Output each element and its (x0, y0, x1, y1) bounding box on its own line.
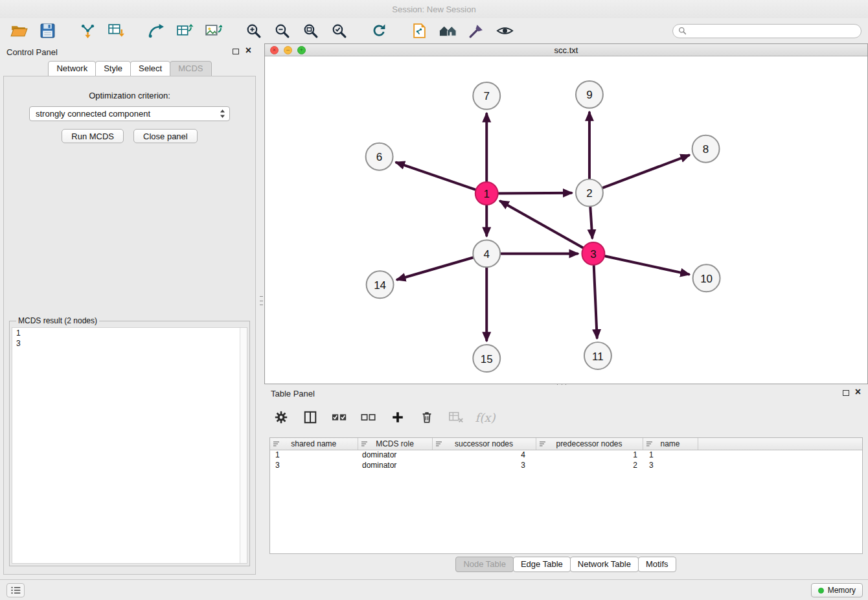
zoom-selected-button[interactable] (326, 21, 351, 41)
tab-select[interactable]: Select (130, 61, 170, 76)
select-all-button[interactable] (330, 408, 348, 426)
columns-button[interactable] (301, 408, 319, 426)
tab-edge-table[interactable]: Edge Table (513, 557, 571, 572)
column-header-name[interactable]: name (643, 438, 698, 450)
table-cell[interactable]: 3 (432, 460, 536, 470)
eye-button[interactable] (492, 21, 517, 41)
refresh-button[interactable] (367, 21, 391, 41)
node-4[interactable]: 4 (473, 240, 500, 267)
table-cell[interactable]: 4 (432, 450, 536, 460)
optimization-dropdown[interactable]: strongly connected component (29, 106, 230, 121)
vertical-splitter-handle[interactable] (259, 295, 264, 306)
zoom-out-button[interactable] (269, 21, 294, 41)
edge-3-1[interactable] (501, 202, 583, 248)
edge-3-11[interactable] (594, 266, 597, 338)
edge-2-8[interactable] (602, 156, 689, 188)
node-8[interactable]: 8 (692, 135, 720, 163)
table-cell[interactable]: 1 (270, 450, 358, 460)
close-panel-icon[interactable]: × (246, 45, 251, 56)
tab-style[interactable]: Style (95, 61, 131, 76)
node-10[interactable]: 10 (693, 264, 720, 292)
column-header-successor-nodes[interactable]: successor nodes (432, 438, 536, 450)
svg-text:14: 14 (374, 279, 386, 292)
column-header-predecessor-nodes[interactable]: predecessor nodes (536, 438, 643, 450)
run-mcds-button[interactable]: Run MCDS (62, 129, 124, 143)
table-row[interactable]: 3dominator323 (270, 460, 862, 470)
new-table-button[interactable] (172, 21, 197, 41)
edge-1-6[interactable] (396, 163, 475, 190)
tab-node-table[interactable]: Node Table (455, 557, 514, 572)
title-bar[interactable]: Session: New Session (0, 0, 868, 18)
edge-2-3[interactable] (590, 207, 592, 238)
deselect-all-button[interactable] (360, 408, 378, 426)
sort-icon (435, 440, 443, 448)
trash-button[interactable] (418, 408, 436, 426)
float-panel-icon[interactable] (233, 49, 239, 54)
close-panel-button[interactable]: Close panel (133, 129, 198, 143)
result-list-item[interactable]: 1 (12, 328, 247, 338)
table-cell[interactable]: 3 (643, 460, 698, 470)
home-button[interactable] (435, 21, 460, 41)
tab-mcds[interactable]: MCDS (170, 61, 211, 76)
edge-4-14[interactable] (397, 258, 473, 280)
zoom-fit-button[interactable] (298, 21, 323, 41)
search-input[interactable] (690, 27, 856, 36)
table-cell[interactable]: 1 (536, 450, 643, 460)
node-6[interactable]: 6 (366, 143, 393, 170)
table-close-panel-icon[interactable]: × (855, 387, 861, 397)
close-window-icon[interactable]: × (270, 46, 279, 54)
node-11[interactable]: 11 (584, 342, 611, 369)
column-header-mcds-role[interactable]: MCDS role (358, 438, 432, 450)
result-list-item[interactable]: 3 (12, 338, 247, 349)
table-cell[interactable]: dominator (358, 460, 432, 470)
edge-3-10[interactable] (605, 256, 689, 274)
edge-1-2[interactable] (499, 193, 571, 194)
network-window-titlebar[interactable]: × – + scc.txt (265, 44, 867, 56)
memory-button[interactable]: Memory (811, 583, 863, 597)
tab-motifs[interactable]: Motifs (638, 557, 676, 572)
gear-button[interactable] (272, 408, 290, 426)
minimize-window-icon[interactable]: – (284, 46, 292, 54)
sort-icon (273, 440, 280, 448)
table-cell[interactable]: dominator (358, 450, 432, 460)
result-scrollbar[interactable] (240, 328, 247, 563)
zoom-window-icon[interactable]: + (297, 46, 306, 54)
add-button[interactable] (389, 408, 407, 426)
clone-network-button[interactable] (407, 21, 431, 41)
table-float-panel-icon[interactable] (843, 390, 849, 396)
new-network-icon (148, 23, 165, 39)
open-file-button[interactable] (6, 21, 31, 41)
gear-icon (273, 410, 289, 424)
table-cell[interactable]: 2 (536, 460, 643, 470)
node-14[interactable]: 14 (367, 271, 394, 298)
column-header-shared-name[interactable]: shared name (270, 438, 358, 450)
table-cell-filler (698, 450, 862, 460)
import-network-button[interactable] (75, 21, 100, 41)
svg-text:6: 6 (376, 151, 382, 163)
tab-network[interactable]: Network (48, 61, 96, 76)
tab-network-table[interactable]: Network Table (570, 557, 639, 572)
search-field[interactable] (672, 24, 862, 38)
task-history-button[interactable] (6, 583, 25, 597)
control-panel-tabs: NetworkStyleSelectMCDS (0, 61, 259, 76)
export-image-button[interactable] (201, 21, 225, 41)
graphics-details-button[interactable] (464, 21, 488, 41)
table-row[interactable]: 1dominator411 (270, 450, 862, 460)
sort-icon (646, 440, 654, 448)
table-cell[interactable]: 3 (270, 460, 358, 470)
new-network-button[interactable] (144, 21, 168, 41)
node-15[interactable]: 15 (473, 345, 500, 372)
table-cell[interactable]: 1 (643, 450, 698, 460)
node-7[interactable]: 7 (473, 82, 500, 110)
optimization-criterion-label: Optimization criterion: (4, 91, 255, 100)
zoom-in-button[interactable] (241, 21, 266, 41)
import-table-button[interactable] (104, 21, 128, 41)
save-session-button[interactable] (35, 21, 60, 41)
new-table-icon (176, 23, 194, 39)
network-canvas[interactable]: 7968124314101511 (265, 57, 867, 384)
node-3[interactable]: 3 (582, 242, 604, 265)
node-2[interactable]: 2 (576, 179, 603, 207)
optimization-dropdown-value: strongly connected component (36, 109, 220, 119)
node-9[interactable]: 9 (576, 81, 603, 108)
node-1[interactable]: 1 (475, 182, 498, 205)
